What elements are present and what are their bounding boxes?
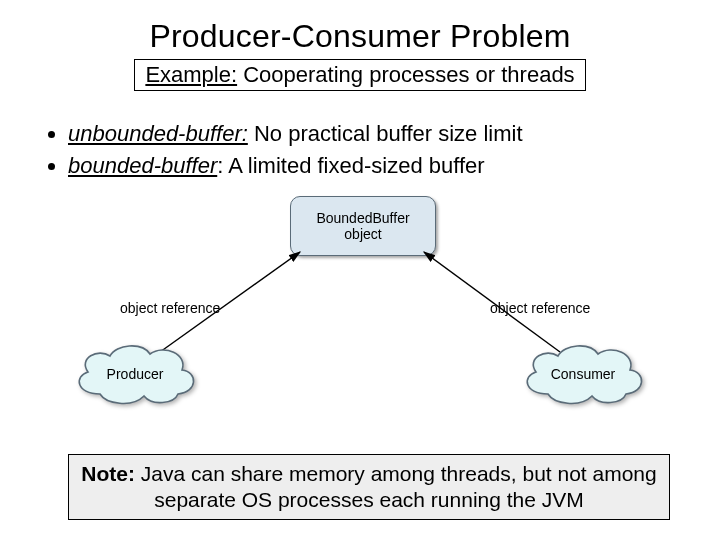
note-label: Note:	[81, 462, 135, 485]
producer-label: Producer	[107, 367, 164, 383]
subtitle-wrap: Example: Cooperating processes or thread…	[0, 55, 720, 91]
object-reference-left: object reference	[120, 300, 220, 316]
note-text: Java can share memory among threads, but…	[135, 462, 657, 511]
consumer-label: Consumer	[551, 367, 616, 383]
producer-node: Producer	[70, 342, 200, 406]
subtitle-label: Example:	[145, 62, 237, 87]
object-reference-right: object reference	[490, 300, 590, 316]
bullet-term: unbounded-buffer:	[68, 121, 248, 146]
slide-title: Producer-Consumer Problem	[0, 18, 720, 55]
subtitle-text: Cooperating processes or threads	[237, 62, 575, 87]
list-item: unbounded-buffer: No practical buffer si…	[68, 119, 720, 149]
bullet-list: unbounded-buffer: No practical buffer si…	[28, 119, 720, 180]
consumer-node: Consumer	[518, 342, 648, 406]
bullet-rest: No practical buffer size limit	[248, 121, 523, 146]
list-item: bounded-buffer: A limited fixed-sized bu…	[68, 151, 720, 181]
diagram: BoundedBuffer object object reference ob…	[20, 192, 700, 422]
bullet-rest: : A limited fixed-sized buffer	[217, 153, 484, 178]
bullet-term: bounded-buffer	[68, 153, 217, 178]
subtitle-box: Example: Cooperating processes or thread…	[134, 59, 585, 91]
note-box: Note: Java can share memory among thread…	[68, 454, 670, 521]
